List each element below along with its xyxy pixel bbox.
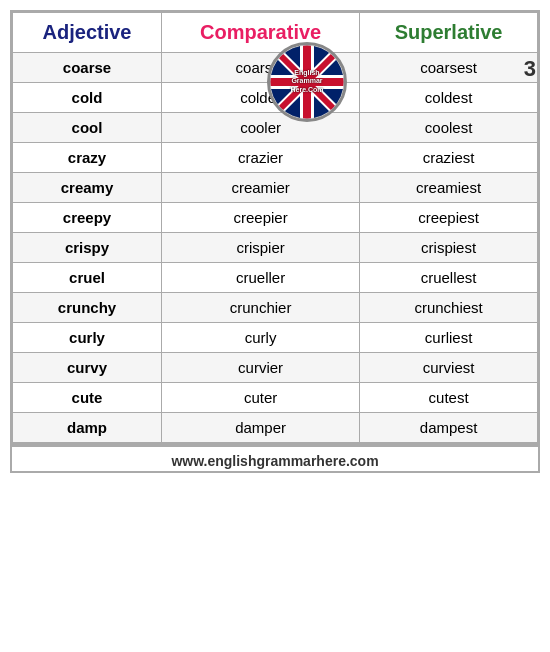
cell-adjective: cool [13, 113, 162, 143]
uk-flag-icon [270, 45, 344, 119]
cell-adjective: creamy [13, 173, 162, 203]
cell-adjective: crunchy [13, 293, 162, 323]
cell-comparative: crazier [162, 143, 360, 173]
main-table-container: English Grammar Here.Com 3 Adjective Com… [10, 10, 540, 445]
footer-url: www.englishgrammarhere.com [10, 445, 540, 473]
table-row: coolcoolercoolest [13, 113, 538, 143]
cell-superlative: cruellest [360, 263, 538, 293]
cell-adjective: cute [13, 383, 162, 413]
cell-superlative: coldest [360, 83, 538, 113]
cell-adjective: cold [13, 83, 162, 113]
cell-superlative: curliest [360, 323, 538, 353]
cell-adjective: coarse [13, 53, 162, 83]
cell-adjective: damp [13, 413, 162, 443]
table-row: curlycurlycurliest [13, 323, 538, 353]
table-row: creamycreamiercreamiest [13, 173, 538, 203]
cell-comparative: crueller [162, 263, 360, 293]
cell-superlative: coarsest [360, 53, 538, 83]
cell-superlative: crunchiest [360, 293, 538, 323]
cell-comparative: creamier [162, 173, 360, 203]
cell-comparative: cooler [162, 113, 360, 143]
header-superlative: Superlative [360, 13, 538, 53]
cell-adjective: curvy [13, 353, 162, 383]
cell-comparative: curvier [162, 353, 360, 383]
table-row: crispycrispiercrispiest [13, 233, 538, 263]
cell-comparative: damper [162, 413, 360, 443]
cell-comparative: cuter [162, 383, 360, 413]
table-row: crazycraziercraziest [13, 143, 538, 173]
table-row: curvycurviercurviest [13, 353, 538, 383]
cell-superlative: curviest [360, 353, 538, 383]
header-adjective: Adjective [13, 13, 162, 53]
cell-superlative: cutest [360, 383, 538, 413]
table-row: cruelcruellercruellest [13, 263, 538, 293]
cell-comparative: crispier [162, 233, 360, 263]
cell-comparative: curly [162, 323, 360, 353]
cell-adjective: curly [13, 323, 162, 353]
cell-superlative: creamiest [360, 173, 538, 203]
table-row: dampdamperdampest [13, 413, 538, 443]
table-row: crunchycrunchiercrunchiest [13, 293, 538, 323]
cell-adjective: crazy [13, 143, 162, 173]
cell-superlative: crispiest [360, 233, 538, 263]
cell-superlative: dampest [360, 413, 538, 443]
cell-superlative: craziest [360, 143, 538, 173]
cell-superlative: coolest [360, 113, 538, 143]
site-badge: English Grammar Here.Com [267, 42, 347, 122]
cell-superlative: creepiest [360, 203, 538, 233]
header-comparative: Comparative [162, 13, 360, 53]
table-row: cutecutercutest [13, 383, 538, 413]
cell-adjective: creepy [13, 203, 162, 233]
cell-adjective: crispy [13, 233, 162, 263]
cell-comparative: crunchier [162, 293, 360, 323]
number-badge: 3 [524, 56, 536, 82]
cell-comparative: creepier [162, 203, 360, 233]
table-row: creepycreepiercreepiest [13, 203, 538, 233]
cell-adjective: cruel [13, 263, 162, 293]
